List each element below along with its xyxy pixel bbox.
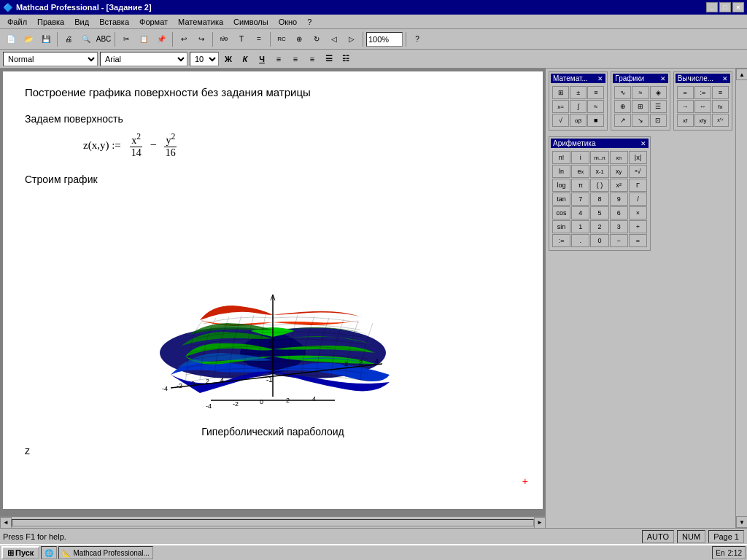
restore-button[interactable]: □ (719, 2, 731, 12)
calc-panel-close[interactable]: ✕ (722, 75, 728, 82)
math-btn-pm[interactable]: ± (570, 86, 587, 99)
math-btn-eq[interactable]: ≡ (587, 86, 604, 99)
copy-button[interactable]: 📋 (136, 31, 152, 47)
arif-btn-exp[interactable]: ex (571, 165, 589, 178)
bold-button[interactable]: Ж (221, 52, 236, 66)
scroll-down-button[interactable]: ▼ (736, 516, 747, 528)
arif-btn-i[interactable]: i (571, 151, 589, 164)
arif-panel-close[interactable]: ✕ (640, 140, 646, 147)
scroll-left-button[interactable]: ◄ (0, 517, 12, 529)
bullet-button[interactable]: ☰ (322, 52, 336, 66)
help-button[interactable]: ? (409, 31, 425, 47)
calc-btn-assign[interactable]: := (694, 86, 711, 99)
arif-btn-xn[interactable]: xn (610, 151, 628, 164)
scroll-right-button[interactable]: ► (534, 517, 546, 529)
arif-btn-0[interactable]: 0 (590, 234, 608, 247)
menu-symbols[interactable]: Символы (229, 16, 273, 28)
arif-btn-7[interactable]: 7 (571, 192, 589, 206)
calc-btn-xf[interactable]: xf (677, 114, 694, 127)
arif-btn-paren[interactable]: ( ) (590, 179, 608, 192)
math-btn-xeq[interactable]: x= (552, 100, 569, 113)
save-button[interactable]: 💾 (38, 31, 54, 47)
italic-button[interactable]: К (238, 52, 252, 66)
size-select[interactable]: 10 (190, 52, 219, 66)
close-button[interactable]: × (732, 2, 744, 12)
scroll-track[interactable] (736, 80, 747, 516)
arif-btn-div[interactable]: / (629, 192, 647, 206)
graph-btn-3d3[interactable]: ⊡ (650, 114, 667, 127)
calc-btn-xfy[interactable]: xfy (694, 114, 711, 127)
align-right-button[interactable]: ≡ (305, 52, 320, 66)
arif-btn-factorial[interactable]: n! (552, 151, 570, 164)
math-btn-integral[interactable]: ∫ (570, 100, 587, 113)
paste-button[interactable]: 📌 (153, 31, 169, 47)
graph-panel-close[interactable]: ✕ (660, 75, 666, 82)
menu-edit[interactable]: Правка (33, 16, 69, 28)
scroll-up-button[interactable]: ▲ (736, 69, 747, 80)
menu-file[interactable]: Файл (3, 16, 31, 28)
resource-center-button[interactable]: RC (274, 31, 290, 47)
zoom-input[interactable]: 100% (366, 32, 403, 47)
arif-btn-4[interactable]: 4 (571, 206, 589, 219)
menu-view[interactable]: Вид (70, 16, 93, 28)
menu-insert[interactable]: Вставка (95, 16, 133, 28)
horizontal-scrollbar[interactable]: ◄ ► (0, 516, 546, 528)
taskbar-ie[interactable]: 🌐 (41, 546, 57, 559)
math-btn-alpha[interactable]: αβ (570, 114, 587, 127)
arif-btn-9[interactable]: 9 (610, 192, 628, 206)
arif-btn-ln[interactable]: ln (552, 165, 570, 178)
arif-btn-range[interactable]: m..n (590, 151, 608, 164)
graph-btn-line[interactable]: ∿ (614, 86, 631, 99)
h-scroll-track[interactable] (12, 519, 534, 526)
arif-btn-1[interactable]: 1 (571, 220, 589, 233)
arif-btn-log[interactable]: log (552, 179, 570, 192)
arif-btn-sin[interactable]: sin (552, 220, 570, 233)
arif-btn-equals[interactable]: = (629, 234, 647, 247)
arif-btn-mul[interactable]: × (629, 206, 647, 219)
menu-help[interactable]: ? (303, 16, 316, 28)
calc-btn-eq[interactable]: = (677, 86, 694, 99)
arif-btn-dot[interactable]: . (571, 234, 589, 247)
spell-check-button[interactable]: ABC (96, 31, 112, 47)
arif-btn-assign2[interactable]: := (552, 234, 570, 247)
arif-btn-pi[interactable]: π (571, 179, 589, 192)
arif-btn-abs[interactable]: |x| (629, 151, 647, 164)
insert-text-button[interactable]: T (233, 31, 249, 47)
calc-btn-fx[interactable]: fx (712, 100, 729, 113)
arif-btn-3[interactable]: 3 (610, 220, 628, 233)
arif-btn-gamma[interactable]: Γ (629, 179, 647, 192)
calc-btn-equiv[interactable]: ≡ (712, 86, 729, 99)
math-btn-matrix[interactable]: ⊞ (552, 86, 569, 99)
document-scroll-area[interactable]: Построение графика поверхности без задан… (0, 69, 546, 516)
underline-button[interactable]: Ч (255, 52, 269, 66)
cut-button[interactable]: ✂ (118, 31, 134, 47)
calc-btn-arrow[interactable]: → (677, 100, 694, 113)
arif-btn-tan[interactable]: tan (552, 192, 570, 206)
minimize-button[interactable]: _ (706, 2, 718, 12)
number-list-button[interactable]: ☷ (338, 52, 353, 66)
menu-format[interactable]: Формат (135, 16, 172, 28)
open-button[interactable]: 📂 (20, 31, 36, 47)
start-button[interactable]: ⊞ Пуск (1, 546, 39, 559)
browse-button[interactable]: ⊕ (291, 31, 307, 47)
math-panel-close[interactable]: ✕ (597, 75, 603, 82)
align-center-button[interactable]: ≡ (288, 52, 303, 66)
arif-btn-cos[interactable]: cos (552, 206, 570, 219)
arif-btn-8[interactable]: 8 (590, 192, 608, 206)
undo-button[interactable]: ↩ (176, 31, 192, 47)
graph-btn-surface[interactable]: ◈ (650, 86, 667, 99)
arif-btn-2[interactable]: 2 (590, 220, 608, 233)
math-btn-approx[interactable]: ≈ (587, 100, 604, 113)
arif-btn-minus[interactable]: − (610, 234, 628, 247)
redo-button[interactable]: ↪ (193, 31, 209, 47)
arif-btn-5[interactable]: 5 (590, 206, 608, 219)
graph-btn-3d1[interactable]: ↗ (614, 114, 631, 127)
graph-container[interactable]: 1 -1 -4 -2 0 2 4 -2 2 4 -4 (127, 192, 419, 419)
print-button[interactable]: 🖨 (61, 31, 77, 47)
print-preview-button[interactable]: 🔍 (78, 31, 94, 47)
forward-button[interactable]: ▷ (344, 31, 360, 47)
new-button[interactable]: 📄 (3, 31, 19, 47)
insert-math-button[interactable]: f∂θ (216, 31, 232, 47)
menu-math[interactable]: Математика (174, 16, 228, 28)
graph-btn-polar[interactable]: ⊕ (614, 100, 631, 113)
